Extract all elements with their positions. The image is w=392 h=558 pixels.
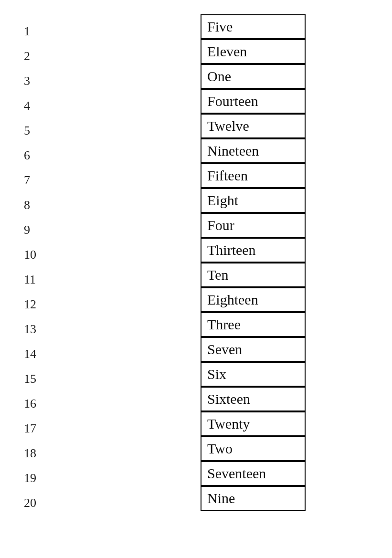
number-item: 10 xyxy=(19,242,76,267)
word-item: Nineteen xyxy=(201,138,306,163)
word-item: Nine xyxy=(201,486,306,511)
word-item: Six xyxy=(201,362,306,387)
word-item: One xyxy=(201,64,306,89)
number-item: 2 xyxy=(19,44,76,69)
numbers-column: 1234567891011121314151617181920 xyxy=(19,14,76,516)
words-column: FiveElevenOneFourteenTwelveNineteenFifte… xyxy=(201,14,306,516)
number-item: 8 xyxy=(19,193,76,218)
number-item: 13 xyxy=(19,317,76,342)
number-item: 12 xyxy=(19,292,76,317)
number-item: 20 xyxy=(19,491,76,516)
number-item: 14 xyxy=(19,342,76,367)
word-item: Eight xyxy=(201,188,306,213)
number-item: 11 xyxy=(19,267,76,292)
word-item: Eleven xyxy=(201,39,306,64)
word-item: Three xyxy=(201,312,306,337)
number-item: 9 xyxy=(19,218,76,242)
number-item: 1 xyxy=(19,19,76,44)
number-item: 7 xyxy=(19,168,76,193)
word-item: Thirteen xyxy=(201,238,306,263)
word-item: Fourteen xyxy=(201,89,306,114)
number-item: 17 xyxy=(19,416,76,441)
number-item: 18 xyxy=(19,441,76,466)
number-item: 16 xyxy=(19,391,76,416)
word-item: Four xyxy=(201,213,306,238)
word-item: Eighteen xyxy=(201,287,306,312)
number-item: 3 xyxy=(19,69,76,94)
word-item: Two xyxy=(201,436,306,461)
number-item: 4 xyxy=(19,94,76,118)
word-item: Seventeen xyxy=(201,461,306,486)
word-item: Seven xyxy=(201,337,306,362)
number-item: 15 xyxy=(19,367,76,391)
word-item: Twenty xyxy=(201,411,306,436)
word-item: Five xyxy=(201,14,306,39)
number-item: 19 xyxy=(19,466,76,491)
word-item: Ten xyxy=(201,263,306,287)
number-item: 5 xyxy=(19,118,76,143)
word-item: Twelve xyxy=(201,114,306,138)
word-item: Sixteen xyxy=(201,387,306,411)
number-item: 6 xyxy=(19,143,76,168)
word-item: Fifteen xyxy=(201,163,306,188)
main-content: 1234567891011121314151617181920 FiveElev… xyxy=(0,0,392,530)
